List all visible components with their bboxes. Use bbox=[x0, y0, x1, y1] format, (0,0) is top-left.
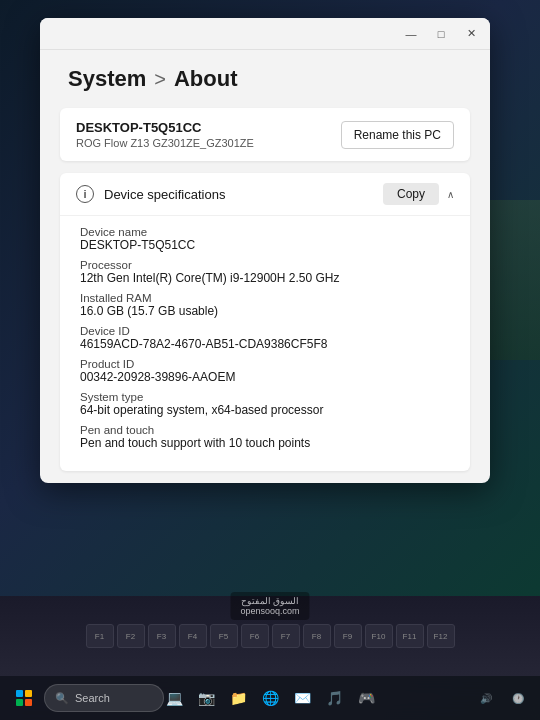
search-bar-label: Search bbox=[75, 692, 110, 704]
spec-row: Device ID46159ACD-78A2-4670-AB51-CDA9386… bbox=[80, 325, 450, 351]
taskbar-icon-edge[interactable]: 🌐 bbox=[256, 684, 284, 712]
specs-section-title: Device specifications bbox=[104, 187, 225, 202]
keyboard-key[interactable]: F4 bbox=[179, 624, 207, 648]
spec-label: Product ID bbox=[80, 358, 450, 370]
keyboard-key[interactable]: F5 bbox=[210, 624, 238, 648]
copy-button[interactable]: Copy bbox=[383, 183, 439, 205]
spec-row: Installed RAM16.0 GB (15.7 GB usable) bbox=[80, 292, 450, 318]
keyboard-key[interactable]: F2 bbox=[117, 624, 145, 648]
specs-header-left: i Device specifications bbox=[76, 185, 225, 203]
close-button[interactable]: ✕ bbox=[456, 20, 486, 48]
pc-info-bar: DESKTOP-T5Q51CC ROG Flow Z13 GZ301ZE_GZ3… bbox=[60, 108, 470, 161]
breadcrumb-parent[interactable]: System bbox=[68, 66, 146, 92]
keyboard-area: F1F2F3F4F5F6F7F8F9F10F11F12 bbox=[0, 596, 540, 676]
windows-logo-icon bbox=[16, 690, 32, 706]
spec-label: Processor bbox=[80, 259, 450, 271]
keyboard-key[interactable]: F9 bbox=[334, 624, 362, 648]
spec-value: 00342-20928-39896-AAOEM bbox=[80, 370, 450, 384]
taskbar-left: 🔍 Search bbox=[8, 682, 164, 714]
pc-name: DESKTOP-T5Q51CC bbox=[76, 120, 254, 135]
chevron-up-icon[interactable]: ∧ bbox=[447, 189, 454, 200]
spec-row: Device nameDESKTOP-T5Q51CC bbox=[80, 226, 450, 252]
taskbar-icon-folder[interactable]: 📁 bbox=[224, 684, 252, 712]
taskbar-system-tray[interactable]: 🔊 bbox=[472, 684, 500, 712]
keyboard-key[interactable]: F10 bbox=[365, 624, 393, 648]
keyboard-key[interactable]: F6 bbox=[241, 624, 269, 648]
spec-row: Pen and touchPen and touch support with … bbox=[80, 424, 450, 450]
breadcrumb-current: About bbox=[174, 66, 238, 92]
keyboard-key[interactable]: F3 bbox=[148, 624, 176, 648]
keyboard-key[interactable]: F7 bbox=[272, 624, 300, 648]
maximize-button[interactable]: □ bbox=[426, 20, 456, 48]
specs-body: Device nameDESKTOP-T5Q51CCProcessor12th … bbox=[60, 216, 470, 471]
spec-row: System type64-bit operating system, x64-… bbox=[80, 391, 450, 417]
search-icon: 🔍 bbox=[55, 692, 69, 705]
window-body: System > About DESKTOP-T5Q51CC ROG Flow … bbox=[40, 50, 490, 471]
keyboard-key[interactable]: F11 bbox=[396, 624, 424, 648]
taskbar-center: 💻 📷 📁 🌐 ✉️ 🎵 🎮 bbox=[160, 684, 380, 712]
spec-value: Pen and touch support with 10 touch poin… bbox=[80, 436, 450, 450]
spec-value: DESKTOP-T5Q51CC bbox=[80, 238, 450, 252]
start-button[interactable] bbox=[8, 682, 40, 714]
taskbar-icon-mail[interactable]: ✉️ bbox=[288, 684, 316, 712]
taskbar-clock[interactable]: 🕐 bbox=[504, 684, 532, 712]
spec-label: System type bbox=[80, 391, 450, 403]
taskbar-icon-game[interactable]: 🎮 bbox=[352, 684, 380, 712]
minimize-button[interactable]: — bbox=[396, 20, 426, 48]
info-icon: i bbox=[76, 185, 94, 203]
keyboard-key[interactable]: F12 bbox=[427, 624, 455, 648]
side-decoration bbox=[485, 200, 540, 360]
taskbar-icon-music[interactable]: 🎵 bbox=[320, 684, 348, 712]
spec-value: 16.0 GB (15.7 GB usable) bbox=[80, 304, 450, 318]
specs-header: i Device specifications Copy ∧ bbox=[60, 173, 470, 216]
taskbar-icon-camera[interactable]: 📷 bbox=[192, 684, 220, 712]
spec-value: 12th Gen Intel(R) Core(TM) i9-12900H 2.5… bbox=[80, 271, 450, 285]
title-bar: — □ ✕ bbox=[40, 18, 490, 50]
spec-value: 64-bit operating system, x64-based proce… bbox=[80, 403, 450, 417]
taskbar-search[interactable]: 🔍 Search bbox=[44, 684, 164, 712]
spec-label: Installed RAM bbox=[80, 292, 450, 304]
taskbar: 🔍 Search 💻 📷 📁 🌐 ✉️ 🎵 🎮 🔊 🕐 bbox=[0, 676, 540, 720]
taskbar-right: 🔊 🕐 bbox=[472, 684, 532, 712]
spec-value: 46159ACD-78A2-4670-AB51-CDA9386CF5F8 bbox=[80, 337, 450, 351]
spec-row: Processor12th Gen Intel(R) Core(TM) i9-1… bbox=[80, 259, 450, 285]
breadcrumb-separator: > bbox=[154, 68, 166, 91]
spec-label: Pen and touch bbox=[80, 424, 450, 436]
spec-label: Device ID bbox=[80, 325, 450, 337]
spec-label: Device name bbox=[80, 226, 450, 238]
pc-info-text: DESKTOP-T5Q51CC ROG Flow Z13 GZ301ZE_GZ3… bbox=[76, 120, 254, 149]
breadcrumb: System > About bbox=[40, 50, 490, 100]
keyboard-key[interactable]: F1 bbox=[86, 624, 114, 648]
pc-model: ROG Flow Z13 GZ301ZE_GZ301ZE bbox=[76, 137, 254, 149]
taskbar-icon-laptop[interactable]: 💻 bbox=[160, 684, 188, 712]
device-specs-section: i Device specifications Copy ∧ Device na… bbox=[60, 173, 470, 471]
rename-pc-button[interactable]: Rename this PC bbox=[341, 121, 454, 149]
spec-row: Product ID00342-20928-39896-AAOEM bbox=[80, 358, 450, 384]
settings-window: — □ ✕ System > About DESKTOP-T5Q51CC ROG… bbox=[40, 18, 490, 483]
keyboard-keys: F1F2F3F4F5F6F7F8F9F10F11F12 bbox=[86, 624, 455, 648]
keyboard-key[interactable]: F8 bbox=[303, 624, 331, 648]
copy-label: Copy bbox=[397, 187, 425, 201]
